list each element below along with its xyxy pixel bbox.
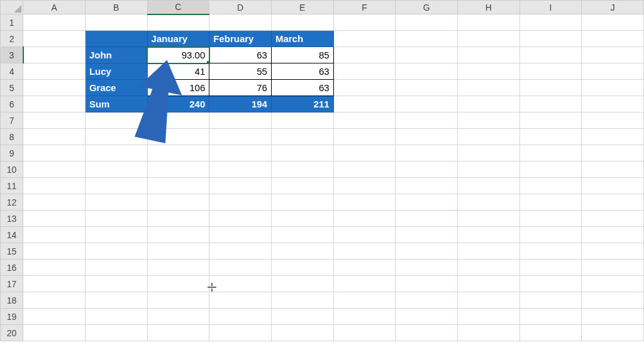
cell-C6[interactable]: 240 (147, 96, 209, 112)
col-header-I[interactable]: I (519, 1, 582, 14)
cell-I5[interactable] (519, 80, 582, 96)
row-header-3[interactable]: 3 (1, 47, 23, 63)
cell-J6[interactable] (582, 96, 644, 112)
cell-E5[interactable]: 63 (271, 80, 333, 96)
cell-E2[interactable]: March (271, 31, 333, 47)
row-header-5[interactable]: 5 (1, 80, 23, 96)
col-header-B[interactable]: B (85, 1, 147, 14)
cell-E3[interactable]: 85 (271, 47, 333, 63)
row-header-10[interactable]: 10 (1, 162, 23, 178)
row-header-12[interactable]: 12 (1, 194, 23, 211)
cell-I3[interactable] (519, 47, 582, 63)
col-header-D[interactable]: D (209, 1, 272, 14)
cell-B4[interactable]: Lucy (85, 63, 147, 80)
cell-A5[interactable] (23, 80, 86, 96)
cell-H1[interactable] (457, 14, 519, 31)
cell-E6[interactable]: 211 (271, 96, 333, 112)
cell-E1[interactable] (271, 14, 333, 31)
cell-F2[interactable] (333, 31, 396, 47)
cell-F4[interactable] (333, 63, 396, 80)
row-header-2[interactable]: 2 (1, 31, 23, 47)
cell-H3[interactable] (457, 47, 519, 63)
row-header-15[interactable]: 15 (1, 243, 23, 260)
cell-B1[interactable] (85, 14, 147, 31)
row-header-7[interactable]: 7 (1, 112, 23, 129)
cell-F3[interactable] (333, 47, 396, 63)
row-header-16[interactable]: 16 (1, 260, 23, 276)
cell-B6[interactable]: Sum (85, 96, 147, 112)
row-header-20[interactable]: 20 (1, 325, 23, 341)
cell-H2[interactable] (457, 31, 519, 47)
cell-G6[interactable] (396, 96, 458, 112)
row-header-11[interactable]: 11 (1, 178, 23, 194)
cell-D4[interactable]: 55 (209, 63, 272, 80)
row-header-8[interactable]: 8 (1, 129, 23, 145)
col-header-E[interactable]: E (271, 1, 333, 14)
col-header-H[interactable]: H (457, 1, 519, 14)
cell-I6[interactable] (519, 96, 582, 112)
cell-G2[interactable] (396, 31, 458, 47)
cell-I2[interactable] (519, 31, 582, 47)
col-header-F[interactable]: F (333, 1, 396, 14)
grid-table: A B C D E F G H I J 1 2 January February… (0, 0, 644, 341)
cell-F5[interactable] (333, 80, 396, 96)
cell-C5[interactable]: 106 (147, 80, 209, 96)
column-header-row: A B C D E F G H I J (1, 1, 644, 14)
cell-D5[interactable]: 76 (209, 80, 272, 96)
cell-A3[interactable] (23, 47, 86, 63)
cell-H5[interactable] (457, 80, 519, 96)
cell-G3[interactable] (396, 47, 458, 63)
cell-G4[interactable] (396, 63, 458, 80)
row-header-1[interactable]: 1 (1, 14, 23, 31)
col-header-G[interactable]: G (396, 1, 458, 14)
cell-J2[interactable] (582, 31, 644, 47)
col-header-J[interactable]: J (582, 1, 644, 14)
cell-B2[interactable] (85, 31, 147, 47)
row-header-19[interactable]: 19 (1, 309, 23, 325)
cell-I4[interactable] (519, 63, 582, 80)
cell-C2[interactable]: January (147, 31, 209, 47)
cell-C4[interactable]: 41 (147, 63, 209, 80)
row-header-13[interactable]: 13 (1, 211, 23, 227)
col-header-A[interactable]: A (23, 1, 86, 14)
cell-J4[interactable] (582, 63, 644, 80)
row-header-17[interactable]: 17 (1, 276, 23, 292)
cell-C3[interactable]: 93.00 (147, 47, 209, 63)
row-header-9[interactable]: 9 (1, 145, 23, 162)
cell-A4[interactable] (23, 63, 86, 80)
row-header-14[interactable]: 14 (1, 227, 23, 243)
cell-C1[interactable] (147, 14, 209, 31)
cell-G5[interactable] (396, 80, 458, 96)
cell-D3[interactable]: 63 (209, 47, 272, 63)
cell-J1[interactable] (582, 14, 644, 31)
row-header-4[interactable]: 4 (1, 63, 23, 80)
cell-H6[interactable] (457, 96, 519, 112)
cell-B3[interactable]: John (85, 47, 147, 63)
cell-A6[interactable] (23, 96, 86, 112)
cell-A2[interactable] (23, 31, 86, 47)
cell-G1[interactable] (396, 14, 458, 31)
col-header-C[interactable]: C (147, 1, 209, 14)
cell-F6[interactable] (333, 96, 396, 112)
cell-D2[interactable]: February (209, 31, 272, 47)
row-header-6[interactable]: 6 (1, 96, 23, 112)
spreadsheet-grid[interactable]: A B C D E F G H I J 1 2 January February… (0, 0, 644, 362)
cell-J5[interactable] (582, 80, 644, 96)
row-header-18[interactable]: 18 (1, 292, 23, 309)
cell-B5[interactable]: Grace (85, 80, 147, 96)
cell-H4[interactable] (457, 63, 519, 80)
cell-J3[interactable] (582, 47, 644, 63)
cell-E4[interactable]: 63 (271, 63, 333, 80)
cell-A1[interactable] (23, 14, 86, 31)
cell-F1[interactable] (333, 14, 396, 31)
cell-I1[interactable] (519, 14, 582, 31)
cell-D6[interactable]: 194 (209, 96, 272, 112)
select-all-corner[interactable] (1, 1, 23, 14)
cell-D1[interactable] (209, 14, 272, 31)
